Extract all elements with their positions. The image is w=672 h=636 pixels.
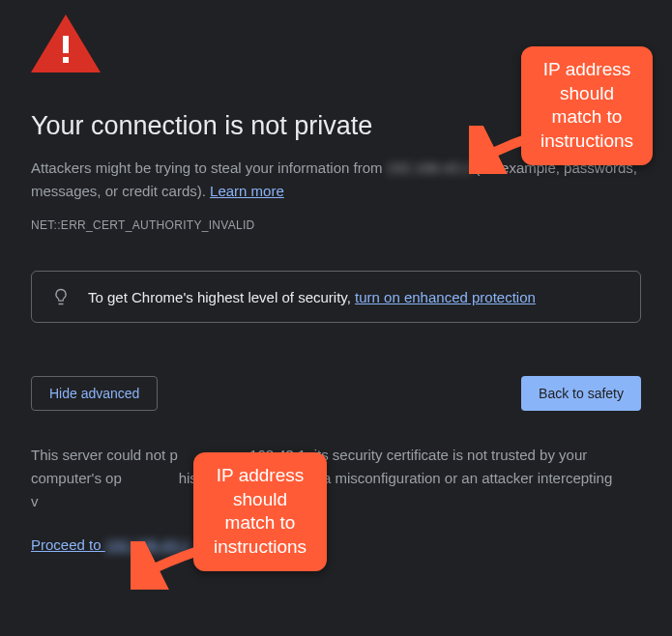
proceed-prefix: Proceed to [31, 536, 105, 553]
info-box-text: To get Chrome's highest level of securit… [88, 289, 536, 305]
lightbulb-icon [51, 287, 71, 306]
info-prefix: To get Chrome's highest level of securit… [88, 289, 355, 305]
hide-advanced-button[interactable]: Hide advanced [31, 376, 158, 411]
back-to-safety-button[interactable]: Back to safety [521, 376, 641, 411]
button-row: Hide advanced Back to safety [31, 376, 641, 411]
blurred-ip-top: 192.168.43.1 [387, 159, 472, 176]
warning-prefix: Attackers might be trying to steal your … [31, 159, 387, 176]
arrow-icon-2 [131, 541, 208, 590]
warning-triangle-icon [31, 14, 101, 72]
enhanced-protection-box: To get Chrome's highest level of securit… [31, 271, 641, 323]
learn-more-link[interactable]: Learn more [210, 183, 284, 199]
svg-rect-1 [63, 36, 69, 53]
enhanced-protection-link[interactable]: turn on enhanced protection [355, 289, 536, 305]
detail-text: This server could not prove that it.168.… [31, 444, 641, 513]
svg-rect-2 [63, 57, 69, 63]
callout-annotation-2: IP address should match to instructions [193, 452, 327, 571]
arrow-icon-1 [469, 126, 546, 174]
error-code: NET::ERR_CERT_AUTHORITY_INVALID [31, 218, 641, 232]
detail-prefix: This server could not p [31, 447, 178, 463]
